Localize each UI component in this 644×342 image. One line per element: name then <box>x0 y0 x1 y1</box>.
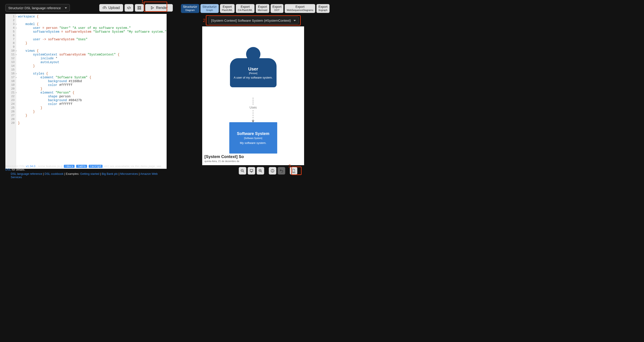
tab-ilograph[interactable]: ExportIlograph <box>316 4 330 13</box>
svg-rect-7 <box>250 169 253 171</box>
layout-button[interactable] <box>135 4 144 12</box>
tab-diagram[interactable]: StructurizrDiagram <box>181 4 199 13</box>
badge-docs: !docs <box>64 165 74 168</box>
play-icon <box>150 6 154 10</box>
footer-dsl-link[interactable]: DSL <box>5 168 11 171</box>
footer: Structurizr DSL v1.34.0 - some features … <box>5 165 166 179</box>
person-shape[interactable]: User [Person] A user of my software syst… <box>230 47 276 87</box>
code-button[interactable] <box>124 4 134 12</box>
footer-version[interactable]: v1.34.0 <box>26 165 36 168</box>
person-type: [Person] <box>249 72 257 74</box>
png-label: PNG <box>292 172 295 174</box>
undo-button <box>278 167 285 175</box>
zoom-out-icon <box>240 169 244 173</box>
link-dsl-reference[interactable]: DSL language reference <box>11 172 42 175</box>
svg-rect-0 <box>138 6 139 7</box>
diagram-canvas[interactable]: User [Person] A user of my software syst… <box>202 26 304 165</box>
svg-rect-3 <box>140 8 141 9</box>
link-microservices[interactable]: Microservices <box>120 172 138 175</box>
info-icon <box>270 169 274 173</box>
footer-prefix: Structurizr DSL <box>5 165 26 168</box>
reference-select-label: Structurizr DSL language reference <box>8 6 61 10</box>
sys-type: [Software System] <box>244 137 262 139</box>
person-desc: A user of my software system. <box>234 76 272 79</box>
code-editor[interactable]: 1234567891011121314151617181920212223242… <box>5 14 166 169</box>
link-dsl-cookbook[interactable]: DSL cookbook <box>44 172 63 175</box>
svg-rect-1 <box>140 6 141 7</box>
view-select[interactable]: [System Context] Software System (#Syste… <box>208 16 299 24</box>
badge-script: !script <box>89 165 103 168</box>
diagram-toolbar: PNG <box>239 167 297 175</box>
connection: Uses <box>250 98 257 123</box>
link-bigbank[interactable]: Big Bank plc <box>102 172 118 175</box>
software-system-shape[interactable]: Software System [Software System] My sof… <box>229 122 277 154</box>
render-label: Render <box>156 6 168 10</box>
tab-plantuml[interactable]: ExportPlantUML <box>220 4 235 13</box>
info-button[interactable] <box>269 167 276 175</box>
tab-dot[interactable]: ExportDOT <box>270 4 284 13</box>
tab-mermaid[interactable]: ExportMermaid <box>256 4 270 13</box>
presentation-button[interactable] <box>248 167 255 175</box>
editor-gutter: 1234567891011121314151617181920212223242… <box>5 14 16 169</box>
svg-rect-2 <box>138 8 139 9</box>
view-select-label: [System Context] Software System (#Syste… <box>211 18 291 22</box>
svg-line-5 <box>243 171 244 172</box>
svg-line-9 <box>261 171 262 172</box>
tab-graph[interactable]: StructurizrGraph <box>200 4 219 13</box>
presentation-icon <box>250 169 254 173</box>
upload-label: Upload <box>108 6 120 10</box>
zoom-in-button[interactable] <box>256 167 264 175</box>
layout-icon <box>137 6 141 10</box>
render-button[interactable]: Render <box>145 4 173 12</box>
tab-c4plantuml[interactable]: ExportC4-PlantUML <box>236 4 254 13</box>
diagram-caption: [System Context] So quinta-feira, 21 de … <box>204 154 245 163</box>
person-name: User <box>248 66 258 72</box>
connection-label: Uses <box>250 106 257 109</box>
sys-desc: My software system. <box>240 141 266 145</box>
export-png-button[interactable]: PNG <box>290 167 297 175</box>
undo-icon <box>280 169 284 173</box>
code-icon <box>127 6 131 10</box>
zoom-in-icon <box>258 169 262 173</box>
badge-adrs: !adrs <box>76 165 87 168</box>
tab-websequencediagrams[interactable]: ExportWebSequenceDiagrams <box>284 4 315 13</box>
reference-select[interactable]: Structurizr DSL language reference <box>5 4 70 12</box>
sys-name: Software System <box>237 131 270 136</box>
link-getting-started[interactable]: Getting started <box>80 172 99 175</box>
upload-icon <box>102 6 106 10</box>
upload-button[interactable]: Upload <box>99 4 123 12</box>
svg-point-14 <box>272 170 273 170</box>
editor-code[interactable]: workspace { model { user = person "User"… <box>16 14 166 169</box>
zoom-out-button[interactable] <box>239 167 246 175</box>
export-tabs: StructurizrDiagramStructurizrGraphExport… <box>181 4 330 13</box>
